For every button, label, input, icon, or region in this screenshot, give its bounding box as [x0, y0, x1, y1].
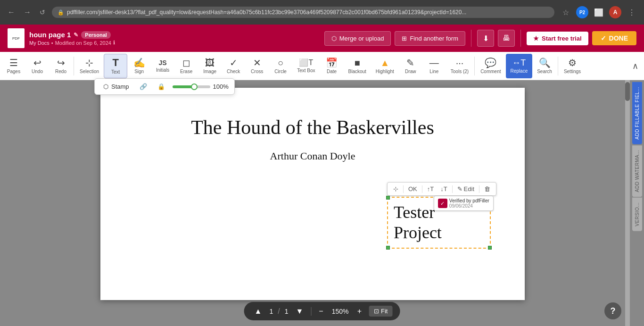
- sig-edit-button[interactable]: ✎ Edit: [455, 184, 476, 193]
- toolbar-circle[interactable]: ○ Circle: [269, 54, 292, 78]
- download-button[interactable]: ⬇: [477, 30, 494, 47]
- stamp-button[interactable]: ⬡ Stamp: [100, 82, 132, 92]
- pdf-area: The Hound of the Baskervilles Arthur Con…: [0, 80, 644, 326]
- toolbar-blackout[interactable]: ■ Blackout: [344, 54, 371, 78]
- verified-info: Verified by pdfFiller 09/06/2024: [449, 198, 489, 209]
- toolbar-collapse-btn[interactable]: ∧: [628, 61, 642, 71]
- start-trial-button[interactable]: ★ Start free trial: [527, 32, 588, 45]
- sig-move-button[interactable]: ⊹: [391, 184, 400, 193]
- link-button[interactable]: 🔗: [137, 82, 150, 92]
- toolbar-selection[interactable]: ⊹ Selection: [75, 54, 104, 78]
- toolbar-undo[interactable]: ↩ Undo: [25, 54, 49, 78]
- page-up-button[interactable]: ▲: [252, 306, 265, 317]
- toolbar-text[interactable]: T Text: [104, 54, 127, 78]
- toolbar-textbox[interactable]: ⬜T Text Box: [292, 54, 320, 78]
- my-docs-link[interactable]: My Docs: [29, 40, 50, 46]
- doc-thumbnail: PDF: [8, 28, 25, 48]
- toolbar-divider-2: [474, 57, 475, 75]
- avatar-button[interactable]: A: [609, 6, 621, 18]
- toolbar-erase[interactable]: ◻ Erase: [174, 54, 198, 78]
- zoom-out-button[interactable]: −: [316, 306, 326, 317]
- sig-ok-button[interactable]: OK: [406, 184, 419, 193]
- help-button[interactable]: ?: [604, 302, 621, 319]
- toolbar-draw[interactable]: ✎ Draw: [399, 54, 422, 78]
- sign-label: Sign: [134, 69, 144, 74]
- bottom-divider: [311, 307, 311, 316]
- zoom-level: 150%: [331, 308, 350, 315]
- browser-chrome: ← → ↺ 🔒 pdffiller.com/jsfiller-desk13/?f…: [0, 0, 644, 25]
- page-down-button[interactable]: ▼: [293, 306, 306, 317]
- sig-toolbar: ⊹ OK ↑T ↓T ✎ Edit: [387, 182, 496, 196]
- find-form-button[interactable]: ⊞ Find another form: [395, 31, 465, 46]
- verified-icon: ✓: [438, 199, 447, 208]
- zoom-slider-wrap: 100%: [173, 83, 229, 90]
- toolbar-highlight[interactable]: ▲ Highlight: [371, 54, 399, 78]
- blackout-icon: ■: [355, 58, 360, 67]
- forward-button[interactable]: →: [22, 6, 33, 18]
- stamp-label: Stamp: [111, 83, 129, 90]
- tab-fillable-fields[interactable]: ADD FILLABLE FIEL...: [632, 82, 642, 144]
- url-bar[interactable]: 🔒 pdffiller.com/jsfiller-desk13/?flat_pd…: [52, 7, 554, 18]
- toolbar-replace[interactable]: ↔T Replace: [506, 54, 533, 78]
- zoom-in-button[interactable]: +: [355, 306, 364, 317]
- protect-button[interactable]: 🔒: [155, 82, 168, 92]
- verified-label: Verified by pdfFiller: [449, 198, 489, 203]
- sig-delete-button[interactable]: 🗑: [482, 184, 492, 193]
- sig-size-up-button[interactable]: ↑T: [425, 184, 436, 193]
- toolbar-date[interactable]: 📅 Date: [320, 54, 344, 78]
- toolbar-redo[interactable]: ↪ Redo: [49, 54, 73, 78]
- sig-ok-label: OK: [408, 185, 417, 192]
- toolbar-comment[interactable]: 💬 Comment: [476, 54, 505, 78]
- selection-icon: ⊹: [85, 58, 93, 67]
- browser-menu-button[interactable]: ⋮: [625, 6, 638, 19]
- extensions-button[interactable]: ⬜: [592, 6, 605, 19]
- toolbar-image[interactable]: 🖼 Image: [198, 54, 222, 78]
- find-form-label: Find another form: [410, 35, 458, 42]
- doc-title-area: houn page 1 ✎ Personal: [29, 31, 320, 39]
- tab-watermark[interactable]: ADD WATERMA...: [632, 145, 642, 197]
- doc-subtitle: My Docs • Modified on Sep 6, 2024 ℹ: [29, 40, 320, 46]
- zoom-slider[interactable]: [173, 85, 210, 88]
- verified-date: 09/06/2024: [449, 203, 489, 209]
- print-button[interactable]: 🖶: [498, 30, 515, 47]
- toolbar-pages[interactable]: ☰ Pages: [2, 54, 25, 78]
- sig-size-down-button[interactable]: ↓T: [438, 184, 449, 193]
- info-icon[interactable]: ℹ: [113, 40, 115, 46]
- sig-box[interactable]: Tester Project ✓ Verified by pdfFiller 0…: [387, 197, 491, 249]
- right-scrollbar[interactable]: [625, 80, 630, 326]
- comment-label: Comment: [480, 69, 501, 74]
- bookmark-button[interactable]: ☆: [559, 6, 572, 19]
- check-icon: ✓: [230, 58, 238, 67]
- toolbar-initials[interactable]: JS Initials: [151, 54, 174, 78]
- scrollbar-thumb[interactable]: [625, 82, 630, 101]
- reload-button[interactable]: ↺: [38, 7, 47, 18]
- doc-info: houn page 1 ✎ Personal My Docs • Modifie…: [29, 31, 320, 46]
- browser-actions: ☆ P2 ⬜ A ⋮: [559, 6, 638, 19]
- doc-title-edit-icon[interactable]: ✎: [74, 32, 78, 38]
- circle-icon: ○: [278, 58, 283, 67]
- page-sep: /: [278, 307, 280, 316]
- done-label: DONE: [609, 34, 628, 42]
- protect-icon: 🔒: [157, 83, 165, 90]
- toolbar-search[interactable]: 🔍 Search: [532, 54, 557, 78]
- tab-version[interactable]: VERSIO...: [632, 198, 642, 231]
- toolbar-cross[interactable]: ✕ Cross: [245, 54, 269, 78]
- settings-icon: ⚙: [568, 58, 577, 67]
- toolbar-line[interactable]: — Line: [422, 54, 446, 78]
- toolbar-sign[interactable]: ✍ Sign: [127, 54, 151, 78]
- toolbar-tools[interactable]: ··· Tools (2): [446, 54, 473, 78]
- tools-label: Tools (2): [451, 69, 469, 74]
- sig-divider-2: [422, 185, 422, 193]
- search-label: Search: [537, 69, 552, 74]
- print-icon: 🖶: [503, 34, 510, 42]
- fit-button[interactable]: ⊡ Fit: [369, 306, 392, 317]
- sig-edit-icon: ✎: [457, 185, 462, 192]
- done-button[interactable]: ✓ DONE: [592, 31, 636, 45]
- back-button[interactable]: ←: [6, 6, 17, 18]
- merge-upload-button[interactable]: ⬡ Merge or upload: [324, 31, 391, 46]
- signature-container[interactable]: ⊹ OK ↑T ↓T ✎ Edit: [387, 182, 496, 249]
- textbox-label: Text Box: [297, 68, 315, 73]
- sig-delete-icon: 🗑: [484, 185, 490, 192]
- toolbar-check[interactable]: ✓ Check: [222, 54, 245, 78]
- toolbar-settings[interactable]: ⚙ Settings: [559, 54, 586, 78]
